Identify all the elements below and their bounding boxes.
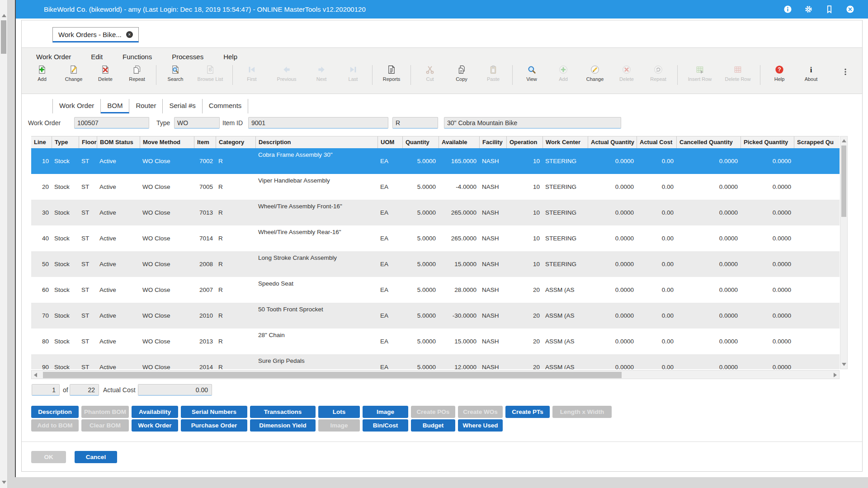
transactions-button[interactable]: Transactions <box>250 406 316 418</box>
create-pts-button[interactable]: Create PTs <box>505 406 550 418</box>
scroll-up-icon[interactable] <box>2 14 6 17</box>
page-scrollbar-thumb[interactable] <box>1 20 6 54</box>
dimension-yield-button[interactable]: Dimension Yield <box>250 419 316 432</box>
toolbar-change-button[interactable]: Change <box>58 65 90 82</box>
table-row[interactable]: 80StockSTActiveWO Close2013R28" ChainEA5… <box>31 328 840 354</box>
column-header-actual-cost[interactable]: Actual Cost <box>637 136 676 148</box>
column-header-actual-quantity[interactable]: Actual Quantity <box>588 136 637 148</box>
document-tab[interactable]: Work Orders - Bike... × <box>52 27 139 42</box>
column-header-work-center[interactable]: Work Center <box>542 136 588 148</box>
column-header-operation[interactable]: Operation <box>506 136 542 148</box>
column-header-scrapped-qu[interactable]: Scrapped Qu <box>794 136 840 148</box>
tab-serial-s[interactable]: Serial #s <box>163 99 202 113</box>
table-row[interactable]: 60StockSTActiveWO Close2007RSpeedo SeatE… <box>31 277 840 303</box>
tab-router[interactable]: Router <box>129 99 163 113</box>
toolbar-change-button[interactable]: Change <box>579 65 611 82</box>
info-icon[interactable] <box>783 5 792 14</box>
table-row[interactable]: 10StockSTActiveWO Close7002RCobra Frame … <box>31 148 840 174</box>
scroll-down-icon[interactable] <box>842 363 846 366</box>
toolbar-button-label: Cut <box>426 76 434 82</box>
menu-processes[interactable]: Processes <box>162 51 213 63</box>
toolbar-about-button[interactable]: About <box>795 65 827 82</box>
column-header-facility[interactable]: Facility <box>479 136 506 148</box>
purchase-order-button[interactable]: Purchase Order <box>181 419 247 432</box>
cell-actual-quantity: 0.0000 <box>588 225 637 251</box>
description-button[interactable]: Description <box>31 406 79 418</box>
type-input[interactable]: WO <box>174 117 220 129</box>
scroll-down-icon[interactable] <box>2 481 6 484</box>
toolbar-copy-button[interactable]: Copy <box>446 65 477 82</box>
budget-button[interactable]: Budget <box>411 419 455 432</box>
circle-repeat-icon <box>654 65 663 75</box>
toolbar-reports-button[interactable]: Reports <box>376 65 407 82</box>
table-vertical-scrollbar[interactable] <box>840 136 848 369</box>
column-header-category[interactable]: Category <box>216 136 255 148</box>
item-description-input[interactable]: 30" Cobra Mountain Bike <box>444 117 621 129</box>
tab-bom[interactable]: BOM <box>101 99 129 113</box>
table-scrollbar-thumb[interactable] <box>841 145 846 217</box>
scroll-left-icon[interactable] <box>34 373 37 377</box>
toolbar-search-button[interactable]: Search <box>160 65 191 82</box>
column-header-description[interactable]: Description <box>255 136 377 148</box>
toolbar-view-button[interactable]: View <box>516 65 547 82</box>
column-header-picked-quantity[interactable]: Picked Quantity <box>741 136 794 148</box>
page-count-input[interactable]: 22 <box>70 384 99 396</box>
column-header-floor[interactable]: Floor <box>79 136 97 148</box>
cell-category: R <box>216 303 255 328</box>
page-vertical-scrollbar[interactable] <box>0 0 8 488</box>
tab-comments[interactable]: Comments <box>203 99 249 113</box>
horizontal-scrollbar-thumb[interactable] <box>43 372 622 378</box>
cell-uom: EA <box>377 174 402 200</box>
toolbar-repeat-button[interactable]: Repeat <box>121 65 153 82</box>
column-header-bom-status[interactable]: BOM Status <box>97 136 140 148</box>
toolbar-help-button[interactable]: Help <box>764 65 795 82</box>
table-row[interactable]: 30StockSTActiveWO Close7013RWheel/Tire A… <box>31 200 840 225</box>
scroll-right-icon[interactable] <box>834 373 837 377</box>
lots-button[interactable]: Lots <box>318 406 360 418</box>
tab-work-order[interactable]: Work Order <box>52 99 101 113</box>
toolbar-overflow-icon[interactable] <box>841 65 849 78</box>
column-header-type[interactable]: Type <box>52 136 79 148</box>
column-header-available[interactable]: Available <box>439 136 479 148</box>
table-row[interactable]: 70StockSTActiveWO Close2010R50 Tooth Fro… <box>31 303 840 328</box>
menu-edit[interactable]: Edit <box>81 51 113 63</box>
table-row[interactable]: 20StockSTActiveWO Close7005RViper Handle… <box>31 174 840 200</box>
column-header-move-method[interactable]: Move Method <box>140 136 194 148</box>
menu-work-order[interactable]: Work Order <box>26 51 81 63</box>
bookmark-icon[interactable] <box>825 5 834 14</box>
table-row[interactable]: 90StockSTActiveWO Close2014RSure Grip Pe… <box>31 354 840 369</box>
serial-numbers-button[interactable]: Serial Numbers <box>181 406 247 418</box>
cell-quantity: 5.0000 <box>402 277 439 303</box>
menu-functions[interactable]: Functions <box>113 51 162 63</box>
where-used-button[interactable]: Where Used <box>458 419 503 432</box>
tab-close-icon[interactable]: × <box>126 31 133 38</box>
bin-cost-button[interactable]: Bin/Cost <box>363 419 408 432</box>
availability-button[interactable]: Availability <box>132 406 178 418</box>
item-id-input[interactable]: 9001 <box>248 117 388 129</box>
cell-actual-cost: 0.00 <box>637 200 676 225</box>
image-button[interactable]: Image <box>363 406 408 418</box>
scroll-up-icon[interactable] <box>842 139 846 142</box>
column-header-cancelled-quantity[interactable]: Cancelled Quantity <box>676 136 741 148</box>
menu-help[interactable]: Help <box>213 51 247 63</box>
toolbar-delete-button[interactable]: Delete <box>90 65 121 82</box>
toolbar-add-button[interactable]: Add <box>26 65 58 82</box>
column-header-uom[interactable]: UOM <box>377 136 402 148</box>
table-row[interactable]: 40StockSTActiveWO Close7014RWheel/Tire A… <box>31 225 840 251</box>
cell-scrapped-qu <box>794 354 840 369</box>
cell-quantity: 5.0000 <box>402 354 439 369</box>
column-header-item[interactable]: Item <box>194 136 216 148</box>
work-order-input[interactable]: 100507 <box>74 117 149 129</box>
cancel-button[interactable]: Cancel <box>75 451 117 463</box>
column-header-line[interactable]: Line <box>31 136 52 148</box>
current-page-input[interactable]: 1 <box>32 384 60 396</box>
work-order-button[interactable]: Work Order <box>132 419 178 432</box>
close-icon[interactable] <box>846 5 854 14</box>
actual-cost-input[interactable]: 0.00 <box>138 384 212 396</box>
table-row[interactable]: 50StockSTActiveWO Close2008RLong Stroke … <box>31 251 840 277</box>
toolbar-button-label: Add <box>38 76 47 82</box>
column-header-quantity[interactable]: Quantity <box>402 136 439 148</box>
item-category-input[interactable]: R <box>392 117 438 129</box>
table-horizontal-scrollbar[interactable] <box>31 370 840 379</box>
settings-gear-icon[interactable] <box>804 5 813 14</box>
